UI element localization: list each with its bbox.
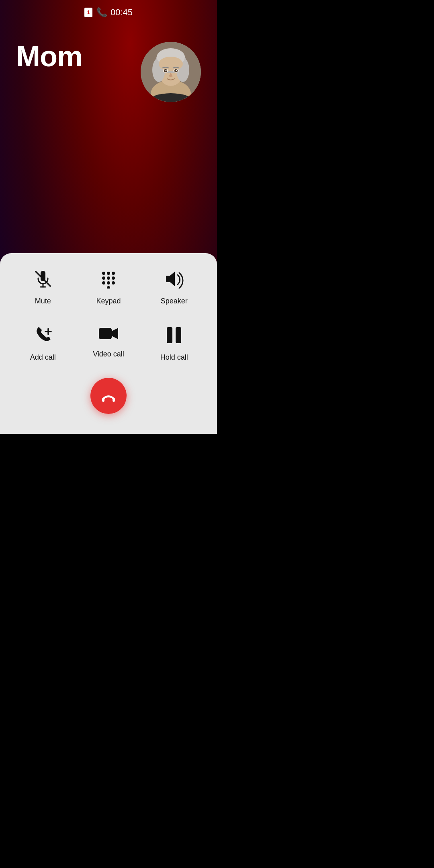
svg-point-30: [107, 286, 110, 289]
svg-point-28: [107, 281, 110, 285]
svg-rect-37: [113, 398, 115, 402]
end-call-button[interactable]: [90, 378, 127, 414]
phone-icon: 📞: [96, 7, 107, 18]
video-call-button[interactable]: Video call: [78, 326, 139, 362]
svg-point-26: [112, 276, 115, 280]
svg-point-8: [159, 57, 183, 71]
svg-point-27: [102, 281, 105, 285]
avatar: [141, 42, 201, 102]
svg-point-24: [102, 276, 105, 280]
svg-point-22: [107, 272, 110, 275]
svg-point-29: [112, 281, 115, 285]
video-call-label: Video call: [93, 350, 124, 358]
svg-rect-36: [102, 398, 104, 402]
keypad-button[interactable]: Keypad: [78, 269, 139, 305]
speaker-icon: [164, 269, 184, 291]
call-status: 📞 00:45: [96, 7, 133, 18]
mute-icon: [33, 269, 53, 291]
hold-call-label: Hold call: [160, 353, 188, 362]
svg-rect-34: [167, 327, 172, 343]
end-call-icon: [100, 387, 117, 404]
add-call-label: Add call: [30, 353, 56, 362]
sim-indicator: 1: [84, 8, 92, 17]
keypad-label: Keypad: [96, 297, 121, 305]
mute-button[interactable]: Mute: [12, 269, 74, 305]
svg-point-15: [166, 70, 167, 71]
add-call-button[interactable]: Add call: [12, 326, 74, 362]
video-call-icon: [98, 326, 119, 344]
svg-point-25: [107, 276, 110, 280]
svg-rect-33: [99, 328, 112, 339]
speaker-label: Speaker: [161, 297, 188, 305]
speaker-button[interactable]: Speaker: [143, 269, 205, 305]
mute-label: Mute: [35, 297, 51, 305]
call-duration: 00:45: [111, 7, 133, 18]
end-call-row: [12, 378, 205, 414]
svg-point-21: [102, 272, 105, 275]
svg-point-23: [112, 272, 115, 275]
status-bar: 1 📞 00:45: [0, 0, 217, 22]
keypad-icon: [99, 269, 118, 291]
svg-point-16: [176, 70, 177, 71]
controls-panel: Mute Keypad: [0, 253, 217, 434]
svg-rect-35: [176, 327, 181, 343]
contact-section: Mom: [0, 30, 217, 102]
controls-grid: Mute Keypad: [12, 269, 205, 362]
hold-call-button[interactable]: Hold call: [143, 326, 205, 362]
hold-call-icon: [165, 326, 183, 348]
add-call-icon: [33, 326, 53, 348]
contact-name: Mom: [16, 42, 82, 71]
